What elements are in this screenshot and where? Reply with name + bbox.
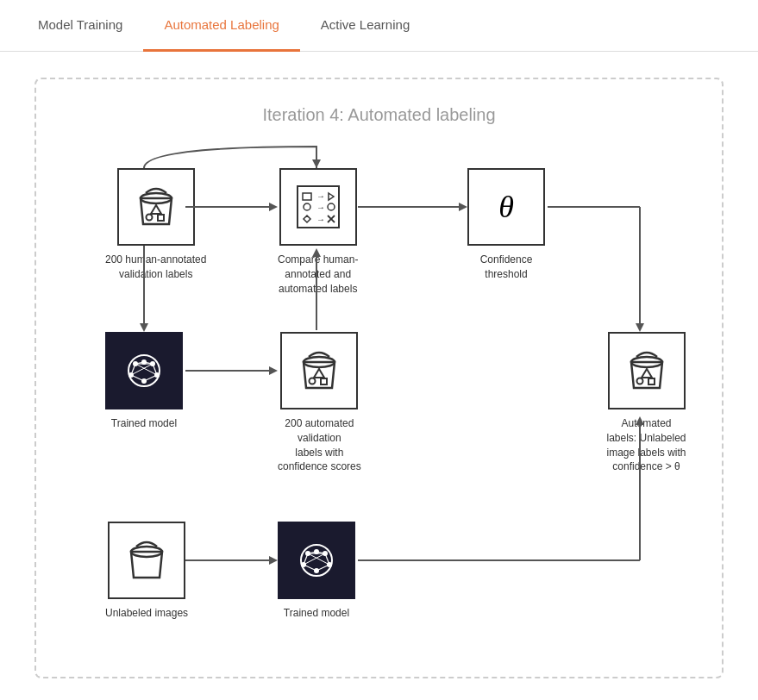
diagram-grid: 200 human-annotatedvalidation labels → → <box>71 159 687 642</box>
tab-automated-labeling[interactable]: Automated Labeling <box>143 0 299 52</box>
svg-marker-1 <box>151 205 161 214</box>
label-human-labels: 200 human-annotatedvalidation labels <box>105 253 206 282</box>
node-automated-validation: 200 automatedvalidationlabels withconfid… <box>278 332 361 474</box>
tab-model-training[interactable]: Model Training <box>17 0 143 52</box>
svg-text:→: → <box>316 215 325 224</box>
svg-marker-57 <box>140 323 148 332</box>
svg-marker-70 <box>269 556 278 565</box>
svg-marker-63 <box>269 203 278 211</box>
svg-marker-11 <box>304 216 310 222</box>
label-unlabeled-images: Unlabeled images <box>105 606 188 621</box>
svg-rect-5 <box>303 193 311 200</box>
label-compare: Compare human-annotated andautomated lab… <box>278 253 358 296</box>
node-confidence: θ Confidencethreshold <box>467 168 545 282</box>
svg-marker-68 <box>636 323 644 332</box>
model-icon-top <box>105 332 183 409</box>
svg-line-26 <box>144 375 157 381</box>
svg-marker-36 <box>642 369 652 378</box>
svg-line-50 <box>304 565 316 571</box>
svg-point-33 <box>310 378 316 384</box>
svg-marker-76 <box>312 159 321 168</box>
main-content: Iteration 4: Automated labeling <box>0 52 758 700</box>
bucket-icon-output <box>608 332 686 409</box>
bucket-icon-unlabeled <box>108 522 185 599</box>
compare-icon: → → → <box>279 168 357 246</box>
tab-bar: Model Training Automated Labeling Active… <box>0 0 758 52</box>
svg-point-2 <box>146 215 152 221</box>
svg-rect-3 <box>158 215 164 221</box>
svg-text:→: → <box>316 191 325 201</box>
svg-text:→: → <box>316 203 325 212</box>
node-human-labels: 200 human-annotatedvalidation labels <box>105 168 206 282</box>
svg-point-37 <box>636 378 642 384</box>
tab-active-learning[interactable]: Active Learning <box>300 0 430 52</box>
diagram-container: Iteration 4: Automated labeling <box>34 78 724 678</box>
svg-marker-59 <box>269 366 278 375</box>
label-automated-validation: 200 automatedvalidationlabels withconfid… <box>278 416 361 474</box>
node-compare: → → → Compare human-annotated andautomat… <box>278 168 358 296</box>
svg-rect-34 <box>321 378 327 384</box>
bucket-icon-human <box>117 168 195 246</box>
label-automated-output: Automated labels: Unlabeledimage labels … <box>605 416 687 474</box>
label-confidence: Confidencethreshold <box>480 253 533 282</box>
svg-marker-65 <box>459 203 467 211</box>
node-unlabeled-images: Unlabeled images <box>105 522 188 621</box>
svg-line-25 <box>131 375 144 381</box>
node-trained-model-bottom: Trained model <box>278 522 355 621</box>
svg-line-51 <box>316 565 329 571</box>
svg-marker-32 <box>314 369 324 378</box>
svg-rect-38 <box>648 378 655 384</box>
node-trained-model-top: Trained model <box>105 332 183 431</box>
diagram-title: Iteration 4: Automated labeling <box>71 105 687 125</box>
label-trained-model-bottom: Trained model <box>284 606 349 621</box>
svg-point-8 <box>304 203 310 210</box>
bucket-icon-automated <box>280 332 358 409</box>
svg-point-10 <box>328 203 335 210</box>
node-automated-labels-output: Automated labels: Unlabeledimage labels … <box>605 332 687 474</box>
svg-marker-7 <box>329 193 334 200</box>
theta-icon: θ <box>467 168 545 246</box>
label-trained-model-top: Trained model <box>111 416 177 431</box>
model-icon-bottom <box>278 522 355 599</box>
